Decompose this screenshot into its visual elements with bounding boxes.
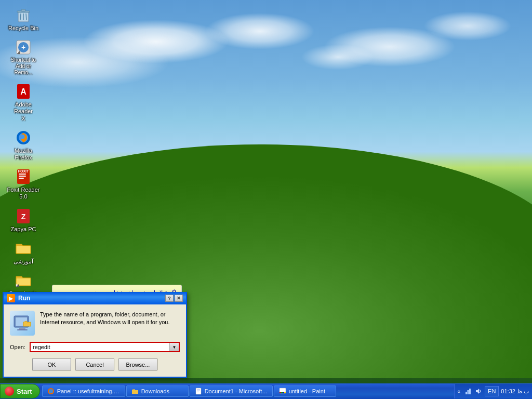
run-dialog: ▶ Run ? ✕ [3, 292, 187, 378]
taskbar: Start Panel :: usefultraining.bl... [0, 383, 532, 399]
dialog-titlebar: ▶ Run ? ✕ [4, 292, 186, 304]
taskbar-items: Panel :: usefultraining.bl... Downloads [42, 385, 454, 397]
svg-line-3 [20, 14, 21, 20]
desktop-icons: Recycle Bin + Shortcut toAdd or Remo... [5, 5, 42, 299]
taskbar-item-paint[interactable]: untitled - Paint [274, 385, 336, 397]
svg-text:A: A [20, 87, 26, 96]
run-dialog-input[interactable] [31, 343, 169, 351]
shortcut-add-remove-image: + [15, 39, 32, 56]
dialog-body: Type the name of a program, folder, docu… [4, 304, 186, 377]
svg-line-5 [26, 14, 26, 20]
foxit-reader-image: FOXIT [15, 168, 32, 185]
firefox-svg [15, 129, 32, 146]
svg-rect-22 [16, 246, 31, 254]
start-button[interactable]: Start [0, 384, 40, 398]
dialog-dropdown-button[interactable]: ▼ [169, 343, 179, 351]
svg-text:Z: Z [21, 212, 26, 221]
dialog-cancel-button[interactable]: Cancel [75, 358, 114, 370]
taskbar-item-panel-label: Panel :: usefultraining.bl... [57, 388, 121, 394]
taskbar-item-downloads[interactable]: Downloads [126, 385, 189, 397]
amouzeshi-folder-icon[interactable]: آموزشی [5, 238, 42, 267]
taskbar-item-downloads-icon [131, 387, 139, 395]
svg-rect-33 [197, 390, 200, 390]
svg-rect-28 [19, 328, 25, 329]
svg-rect-2 [21, 9, 25, 11]
svg-rect-16 [19, 174, 26, 175]
tray-network-icon [464, 387, 472, 395]
taskbar-item-panel[interactable]: Panel :: usefultraining.bl... [42, 385, 125, 397]
mozilla-firefox-icon[interactable]: Mozilla Firefox [5, 128, 42, 163]
taskbar-item-paint-icon [278, 387, 287, 395]
dialog-description-text: Type the name of a program, folder, docu… [40, 311, 180, 327]
taskbar-item-document1-label: Document1 - Microsoft ... [205, 388, 268, 394]
run-icon-svg [12, 313, 33, 334]
svg-text:+: + [21, 43, 25, 51]
svg-rect-41 [466, 392, 467, 394]
svg-rect-17 [19, 176, 26, 177]
dialog-title-icon: ▶ [7, 294, 15, 302]
svg-rect-29 [17, 329, 28, 330]
svg-rect-39 [283, 392, 284, 393]
recycle-bin-image [15, 7, 32, 23]
foxit-reader-icon[interactable]: FOXIT Foxit Reader5.0 [5, 167, 42, 202]
zapya-pc-icon[interactable]: Z Zapya PC [5, 206, 42, 234]
dialog-browse-button[interactable]: Browse... [118, 358, 157, 370]
svg-point-31 [49, 389, 53, 393]
dialog-close-button[interactable]: ✕ [175, 295, 183, 302]
taskbar-item-document1[interactable]: Document1 - Microsoft ... [190, 385, 273, 397]
shortcut-add-remove-label: Shortcut toAdd or Remo... [7, 57, 40, 76]
dialog-open-label: Open: [10, 344, 25, 350]
adobe-reader-svg: A [15, 83, 32, 100]
shortcut-add-remove-icon[interactable]: + Shortcut toAdd or Remo... [5, 37, 42, 77]
add-remove-svg: + [15, 39, 32, 56]
language-indicator[interactable]: EN [485, 386, 499, 396]
dialog-ok-button[interactable]: OK [32, 358, 71, 370]
lang-text: EN [488, 388, 496, 394]
svg-rect-37 [280, 392, 281, 393]
mozilla-firefox-label: Mozilla Firefox [7, 148, 40, 161]
start-orb [5, 387, 14, 396]
dialog-controls: ? ✕ [165, 295, 183, 302]
system-tray: « EN 01:32 ب.ظ [454, 384, 533, 398]
svg-text:FOXIT: FOXIT [18, 169, 29, 173]
taskbar-item-paint-label: untitled - Paint [289, 388, 325, 394]
dialog-title-text: Run [18, 295, 30, 302]
svg-marker-44 [476, 389, 479, 394]
foxit-svg: FOXIT [15, 168, 32, 185]
svg-rect-40 [284, 392, 286, 393]
amouzeshi-folder-label: آموزشی [14, 258, 33, 265]
taskbar-item-panel-icon [47, 387, 55, 395]
taskbar-item-document1-icon [194, 387, 203, 395]
dialog-content-row: Type the name of a program, folder, docu… [10, 311, 180, 336]
dialog-open-row: Open: ▼ [10, 342, 180, 352]
adobe-reader-icon[interactable]: A Adobe ReaderX [5, 82, 42, 124]
downloads-folder-svg [15, 272, 32, 289]
svg-rect-42 [468, 390, 469, 394]
foxit-reader-label: Foxit Reader5.0 [7, 187, 40, 200]
amouzeshi-folder-svg [15, 240, 32, 257]
taskbar-item-downloads-label: Downloads [141, 388, 169, 394]
adobe-reader-image: A [15, 83, 32, 100]
tray-time: 01:32 ب.ظ [501, 388, 529, 395]
downloads-folder-image [15, 272, 32, 289]
desktop: Recycle Bin + Shortcut toAdd or Remo... [0, 0, 532, 399]
dialog-help-button[interactable]: ? [165, 295, 174, 302]
recycle-bin-label: Recycle Bin [8, 25, 38, 32]
svg-rect-38 [281, 392, 283, 393]
adobe-reader-label: Adobe ReaderX [7, 101, 40, 122]
recycle-bin-icon[interactable]: Recycle Bin [5, 5, 42, 33]
dialog-buttons-row: OK Cancel Browse... [10, 358, 180, 370]
svg-rect-43 [469, 389, 471, 394]
dialog-title-left: ▶ Run [7, 294, 30, 302]
tray-expand-arrows[interactable]: « [458, 389, 461, 394]
svg-rect-18 [19, 178, 24, 179]
tray-speaker-icon [474, 387, 483, 395]
mozilla-firefox-image [15, 129, 32, 146]
dialog-input-combo: ▼ [30, 342, 180, 352]
recycle-bin-svg [15, 7, 32, 23]
svg-rect-23 [16, 278, 31, 286]
zapya-pc-image: Z [15, 208, 32, 224]
dialog-run-icon [10, 311, 35, 336]
amouzeshi-folder-image [15, 240, 32, 257]
zapya-svg: Z [15, 208, 32, 224]
